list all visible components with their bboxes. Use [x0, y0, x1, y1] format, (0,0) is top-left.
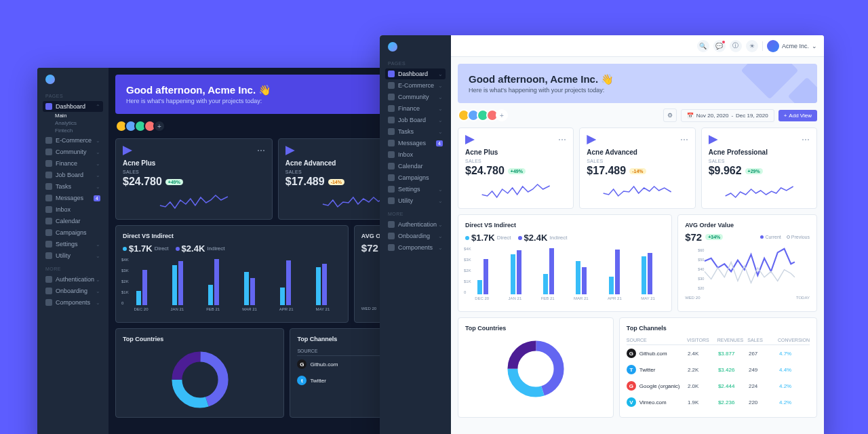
nav-community[interactable]: Community⌄ — [43, 146, 103, 157]
nav-calendar[interactable]: Calendar — [43, 216, 103, 226]
date-picker[interactable]: 📅Nov 20, 2020-Dec 19, 2020 — [681, 109, 774, 122]
table-row[interactable]: TTwitter2.2K$3.4262494.4% — [627, 361, 810, 378]
bar-chart: $4K$3K$2K$1K0 DEC 20JAN 21FEB 21MAR 21AP… — [123, 258, 341, 315]
hero-banner: Good afternoon, Acme Inc. 👋 Here is what… — [458, 64, 817, 103]
card-title: Acne Plus — [465, 149, 566, 156]
donut-chart — [123, 349, 277, 410]
channels-table: SOURCEVISITORSREVENUESSALESCONVERSION GG… — [627, 336, 810, 410]
card-value: $9.962 — [709, 165, 742, 177]
inbox-icon — [388, 151, 395, 158]
table-row[interactable]: GGoogle (organic)2.0K$2.4442244.2% — [627, 378, 810, 394]
sales-cards: ⋯ Acne Plus SALES $24.780+49% ⋯ Acne Adv… — [458, 127, 817, 209]
nav-jobboard[interactable]: Job Board⌄ — [43, 170, 103, 180]
nav-finance[interactable]: Finance⌄ — [43, 158, 103, 169]
nav-onboarding[interactable]: Onboarding⌄ — [385, 231, 446, 241]
aov-value: $72 — [361, 242, 378, 254]
nav-auth[interactable]: Authentication⌄ — [385, 219, 446, 230]
card-value: $17.489 — [285, 176, 325, 188]
top-countries-card: Top Countries — [458, 317, 614, 418]
nav-sub-analytics[interactable]: Analytics — [43, 120, 103, 126]
nav-messages[interactable]: Messages4 — [43, 193, 103, 203]
delta-badge: +29% — [745, 168, 763, 174]
chevron-down-icon: ⌄ — [96, 300, 100, 306]
nav-campaigns[interactable]: Campaigns — [43, 227, 103, 238]
theme-toggle[interactable]: ☀ — [746, 40, 758, 52]
users-icon — [388, 94, 395, 100]
users-icon — [45, 149, 52, 155]
card-acne-plus: ⋯ Acne Plus SALES $24.780+49% — [115, 138, 273, 220]
svg-text:$50: $50 — [698, 258, 704, 262]
svg-text:$20: $20 — [698, 286, 704, 290]
nav-sub-fintech[interactable]: Fintech — [43, 127, 103, 134]
chevron-down-icon: ⌄ — [96, 184, 100, 190]
nav-ecommerce[interactable]: E-Commerce⌄ — [43, 135, 103, 146]
card-title: Top Countries — [465, 325, 606, 332]
nav-settings[interactable]: Settings⌄ — [385, 184, 446, 195]
nav-components[interactable]: Components⌄ — [43, 297, 103, 308]
add-avatar-button[interactable]: + — [496, 109, 508, 121]
nav-dashboard[interactable]: Dashboard⌃ — [43, 101, 103, 112]
nav-sub-main[interactable]: Main — [43, 113, 103, 119]
bar-chart: $4K$3K$2K$1K0 DEC 20JAN 21FEB 21MAR 21AP… — [465, 247, 665, 304]
card-menu[interactable]: ⋯ — [802, 135, 810, 144]
sparkline — [709, 181, 810, 201]
search-button[interactable]: 🔍 — [697, 40, 709, 52]
svg-text:$40: $40 — [698, 267, 704, 271]
nav-jobboard[interactable]: Job Board⌄ — [385, 115, 446, 125]
card-label: SALES — [123, 170, 265, 174]
delta-badge: +49% — [508, 168, 526, 174]
card-label: SALES — [709, 159, 810, 163]
product-icon — [285, 146, 295, 155]
delta-badge: +34% — [705, 234, 723, 240]
nav-finance[interactable]: Finance⌄ — [385, 103, 446, 114]
table-row[interactable]: VVimeo.com1.9K$2.2362204.2% — [627, 394, 810, 410]
donut-chart — [465, 338, 606, 399]
add-view-button[interactable]: +Add View — [778, 110, 817, 121]
card-title: Top Channels — [627, 325, 810, 332]
card-menu[interactable]: ⋯ — [257, 146, 265, 155]
check-icon — [45, 183, 52, 190]
nav-onboarding[interactable]: Onboarding⌄ — [43, 285, 103, 296]
nav-settings[interactable]: Settings⌄ — [43, 239, 103, 250]
chevron-down-icon: ⌄ — [96, 149, 100, 155]
nav-calendar[interactable]: Calendar — [385, 161, 446, 172]
calendar-icon: 📅 — [687, 113, 694, 119]
chevron-down-icon: ⌄ — [438, 245, 443, 251]
nav-utility[interactable]: Utility⌄ — [385, 195, 446, 206]
nav-utility[interactable]: Utility⌄ — [43, 250, 103, 261]
card-menu[interactable]: ⋯ — [558, 135, 566, 144]
card-menu[interactable]: ⋯ — [680, 135, 688, 144]
delta-badge: -14% — [328, 179, 344, 185]
chevron-down-icon: ⌄ — [96, 253, 100, 259]
add-avatar-button[interactable]: + — [153, 120, 165, 132]
chevron-down-icon: ⌄ — [438, 117, 443, 123]
chevron-down-icon: ⌄ — [438, 222, 443, 228]
card-acne-plus: ⋯ Acne Plus SALES $24.780+49% — [458, 127, 574, 209]
filter-button[interactable]: ⚙ — [663, 108, 677, 122]
inbox-icon — [45, 206, 52, 213]
nav-tasks[interactable]: Tasks⌄ — [43, 181, 103, 192]
sidebar: PAGES Dashboard⌃ Main Analytics Fintech … — [37, 68, 108, 434]
nav-inbox[interactable]: Inbox — [43, 204, 103, 215]
nav-tasks[interactable]: Tasks⌄ — [385, 126, 446, 137]
chevron-down-icon: ⌄ — [812, 43, 817, 50]
info-button[interactable]: ⓘ — [730, 40, 742, 52]
nav-auth[interactable]: Authentication⌄ — [43, 274, 103, 285]
sparkline — [123, 192, 265, 212]
nav-components[interactable]: Components⌄ — [385, 242, 446, 253]
nav-messages[interactable]: Messages4 — [385, 138, 446, 149]
nav-dashboard[interactable]: Dashboard⌄ — [385, 68, 446, 79]
nav-campaigns[interactable]: Campaigns — [385, 172, 446, 183]
nav-ecommerce[interactable]: E-Commerce⌄ — [385, 80, 446, 91]
table-row[interactable]: GGithub.com2.4K$3.8772674.7% — [627, 345, 810, 361]
nav-community[interactable]: Community⌄ — [385, 92, 446, 102]
user-menu[interactable]: Acme Inc.⌄ — [767, 40, 817, 52]
notifications-button[interactable]: 💬 — [713, 40, 726, 52]
chevron-down-icon: ⌄ — [438, 106, 443, 112]
gear-icon — [45, 241, 52, 248]
calendar-icon — [388, 163, 395, 170]
nav-inbox[interactable]: Inbox — [385, 149, 446, 160]
card-value: $24.780 — [123, 176, 162, 188]
chat-icon — [45, 195, 52, 201]
chevron-down-icon: ⌄ — [96, 161, 100, 167]
